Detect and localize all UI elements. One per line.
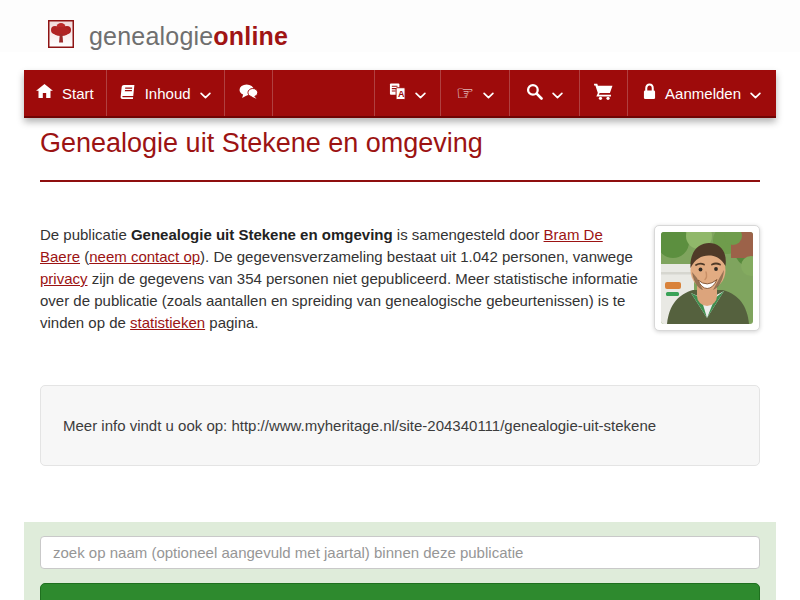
nav-inhoud-label: Inhoud: [145, 85, 191, 102]
page-title: Genealogie uit Stekene en omgeving: [40, 128, 760, 159]
nav-aanmelden-label: Aanmelden: [665, 85, 741, 102]
magnifier-icon: [526, 83, 543, 103]
inline-link[interactable]: statistieken: [130, 314, 205, 331]
shopping-cart-icon: [594, 83, 613, 103]
lock-icon: [643, 83, 656, 103]
main-nav: Start Inhoud: [24, 70, 776, 118]
inline-link[interactable]: privacy: [40, 270, 88, 287]
brand-gray: genealogie: [89, 22, 213, 50]
brand-red: online: [213, 22, 288, 50]
title-divider: [40, 180, 760, 182]
svg-text:A: A: [398, 89, 405, 99]
home-icon: [36, 84, 53, 102]
tree-logo-icon[interactable]: [48, 20, 74, 52]
chevron-down-icon: [200, 85, 211, 102]
nav-spacer: [273, 70, 376, 116]
nav-item-cart[interactable]: [580, 70, 628, 116]
nav-item-start[interactable]: Start: [24, 70, 107, 116]
nav-item-aanmelden[interactable]: Aanmelden: [628, 70, 776, 116]
nav-item-inhoud[interactable]: Inhoud: [107, 70, 225, 116]
nav-item-language[interactable]: A: [375, 70, 441, 116]
nav-item-comments[interactable]: [225, 70, 273, 116]
chevron-down-icon: [415, 85, 426, 102]
brand-name[interactable]: genealogieonline: [89, 22, 288, 51]
nav-item-search[interactable]: [510, 70, 580, 116]
site-header: genealogieonline: [0, 0, 800, 52]
intro-paragraph: De publicatie Genealogie uit Stekene en …: [40, 226, 638, 331]
chevron-down-icon: [483, 85, 494, 102]
translate-icon: A: [389, 83, 406, 103]
bold-text: Genealogie uit Stekene en omgeving: [131, 226, 393, 243]
author-photo[interactable]: [654, 225, 760, 331]
chevron-down-icon: [552, 85, 563, 102]
book-icon: [120, 84, 136, 103]
info-box: Meer info vindt u ook op: http://www.myh…: [40, 385, 760, 466]
chevron-down-icon: [750, 85, 761, 102]
inline-link[interactable]: neem contact op: [89, 248, 200, 265]
intro-section: De publicatie Genealogie uit Stekene en …: [40, 224, 760, 358]
info-box-text: Meer info vindt u ook op: http://www.myh…: [63, 417, 656, 434]
speech-bubbles-icon: [239, 84, 258, 102]
nav-start-label: Start: [62, 85, 94, 102]
pointing-hand-icon: ☞: [456, 83, 474, 103]
publication-search-panel: [24, 522, 776, 600]
search-submit-button[interactable]: [40, 583, 760, 600]
search-input[interactable]: [40, 536, 760, 569]
nav-item-like[interactable]: ☞: [441, 70, 510, 116]
